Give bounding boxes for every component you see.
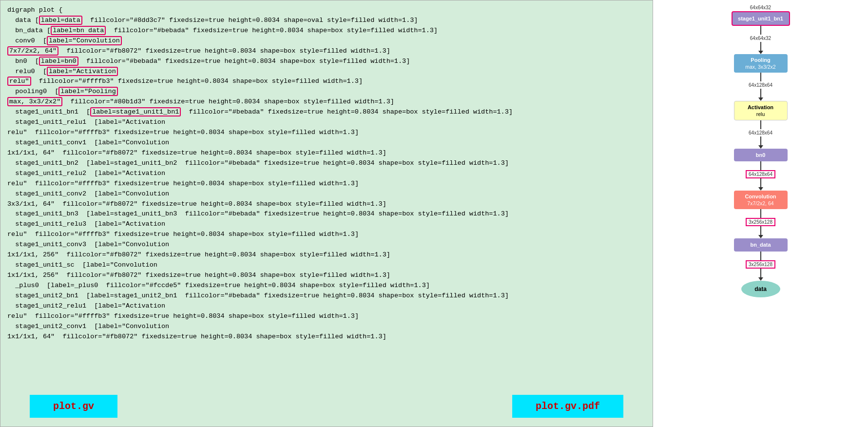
highlight-bn-data: label=bn data: [51, 26, 106, 35]
node-box-bndata: bn_data: [734, 238, 788, 251]
highlight-activation: label="Activation: [47, 67, 118, 76]
highlight-convolution: label="Convolution: [47, 36, 122, 45]
node-label-activation: Activation: [748, 104, 773, 110]
node-sublabel-conv0: 7x7/2x2, 64: [737, 200, 785, 207]
node-stage1-unit1-bn1: stage1_unit1_bn1: [732, 11, 790, 26]
connector-4b: [760, 178, 761, 187]
arrow-6: [758, 277, 763, 281]
connector-2b: [760, 89, 761, 97]
code-content: digraph plot { data [label=data fillcolo…: [7, 5, 646, 342]
node-sublabel-activation: relu: [737, 111, 784, 118]
connector-5b: [760, 226, 761, 235]
graph-panel: 64x64x32 stage1_unit1_bn1 64x64x32 Pooli…: [653, 0, 868, 427]
arrow-4: [758, 187, 763, 191]
node-oval-data: data: [741, 281, 780, 297]
node-box-conv0: Convolution 7x7/2x2, 64: [734, 191, 788, 209]
connector-5: [760, 209, 761, 218]
connector-3: [760, 120, 761, 129]
highlight-bn0: label=bn0: [39, 57, 78, 66]
plot-gv-button[interactable]: plot.gv: [30, 395, 117, 418]
node-activation-relu: Activation relu: [734, 101, 788, 120]
connector-1b: [760, 42, 761, 51]
node-label-pooling: Pooling: [751, 57, 770, 63]
node-label-conv0: Convolution: [745, 194, 776, 199]
arrow-2: [758, 97, 763, 101]
highlight-conv-size: 7x7/2x2, 64": [7, 46, 58, 56]
plot-gv-pdf-button[interactable]: plot.gv.pdf: [512, 395, 623, 418]
connector-2: [760, 73, 761, 81]
dim-top: 64x64x32: [750, 5, 771, 10]
node-box-stage1-bn1: stage1_unit1_bn1: [732, 11, 790, 26]
highlight-label-data: label=data: [39, 16, 82, 25]
graph-visualization: 64x64x32 stage1_unit1_bn1 64x64x32 Pooli…: [732, 4, 790, 297]
connector-6: [760, 252, 761, 260]
connector-4: [760, 161, 761, 170]
connector-1: [760, 26, 761, 35]
node-label-data: data: [754, 286, 767, 292]
arrow-1: [758, 51, 763, 54]
dim-6-highlight: 3x256x128: [746, 260, 775, 269]
dim-3: 64x128x64: [749, 130, 772, 136]
connector-3b: [760, 136, 761, 145]
node-box-pooling: Pooling max, 3x3/2x2: [734, 54, 788, 73]
node-pooling: Pooling max, 3x3/2x2: [734, 54, 788, 73]
highlight-stage1-bn1: label=stage1_unit1_bn1: [90, 107, 181, 116]
dim-4-highlight: 64x128x64: [746, 170, 775, 178]
dim-5-highlight: 3x256x128: [746, 218, 775, 226]
highlight-pooling-size: max, 3x3/2x2": [7, 97, 62, 106]
node-box-bn0: bn0: [734, 149, 788, 161]
node-sublabel-pooling: max, 3x3/2x2: [737, 64, 785, 71]
node-label-bndata: bn_data: [750, 242, 771, 248]
code-panel: digraph plot { data [label=data fillcolo…: [0, 0, 653, 427]
dim-2: 64x128x64: [749, 82, 772, 88]
dim-1: 64x64x32: [750, 36, 771, 41]
highlight-relu: relu": [7, 77, 31, 86]
arrow-5: [758, 235, 763, 238]
node-conv0: Convolution 7x7/2x2, 64: [734, 191, 788, 209]
node-box-activation: Activation relu: [734, 101, 788, 120]
node-bn0: bn0: [734, 149, 788, 161]
arrow-3: [758, 145, 763, 149]
node-bn-data: bn_data: [734, 238, 788, 251]
node-label-bn0: bn0: [756, 152, 766, 158]
node-data: data: [741, 281, 780, 297]
highlight-pooling: label="Pooling: [58, 87, 117, 96]
connector-6b: [760, 269, 761, 277]
node-label-stage1-bn1: stage1_unit1_bn1: [738, 16, 783, 21]
